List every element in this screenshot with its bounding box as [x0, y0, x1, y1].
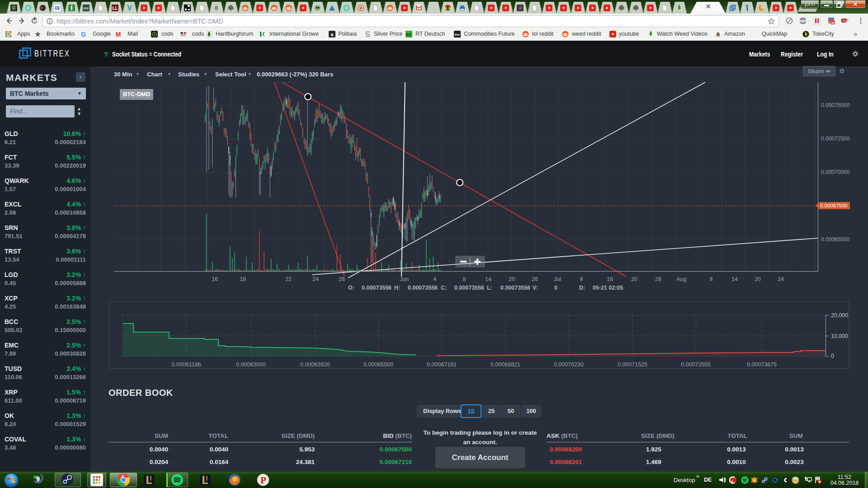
svg-text:0.00070000: 0.00070000: [821, 169, 850, 175]
svg-text:Jun: Jun: [400, 276, 409, 282]
svg-text:0: 0: [554, 285, 557, 291]
svg-text:BW: BW: [84, 7, 89, 10]
svg-text:8: 8: [580, 276, 583, 282]
svg-text:20: 20: [755, 276, 761, 282]
svg-text:8: 8: [710, 276, 713, 282]
svg-text:C:: C:: [441, 285, 447, 291]
svg-text:0.00067500: 0.00067500: [820, 203, 848, 208]
svg-text:24: 24: [778, 276, 784, 282]
svg-text:ABP: ABP: [800, 19, 807, 23]
svg-text:26: 26: [339, 276, 345, 282]
svg-text:0.00070230: 0.00070230: [554, 361, 584, 368]
svg-text:a: a: [331, 32, 334, 37]
svg-text:a: a: [754, 479, 755, 482]
svg-text:V:: V:: [533, 285, 538, 291]
svg-text:0.00073556: 0.00073556: [362, 285, 392, 291]
svg-text:20: 20: [631, 276, 637, 282]
svg-text:G: G: [81, 31, 86, 38]
svg-text:RT: RT: [406, 32, 412, 37]
svg-text:0.00063920: 0.00063920: [300, 361, 330, 368]
svg-text:20: 20: [509, 276, 515, 282]
svg-text:0.00068821: 0.00068821: [491, 361, 520, 368]
svg-text:D:: D:: [579, 285, 585, 291]
svg-text:16: 16: [212, 276, 218, 282]
svg-text:0.00073556: 0.00073556: [454, 285, 484, 291]
svg-text:20,000: 20,000: [831, 312, 848, 319]
svg-text:54: 54: [831, 21, 835, 24]
svg-text:M: M: [116, 31, 121, 38]
svg-text:V: V: [127, 5, 132, 11]
svg-text:14: 14: [731, 276, 738, 282]
svg-text:0.00067191: 0.00067191: [427, 361, 457, 368]
svg-text:14: 14: [485, 276, 491, 282]
svg-text:0.00061186: 0.00061186: [171, 361, 201, 368]
svg-text:0.00075000: 0.00075000: [821, 102, 850, 108]
svg-text:0.00073556: 0.00073556: [408, 285, 438, 291]
svg-text:0.00073556: 0.00073556: [500, 285, 530, 291]
svg-text:H:: H:: [394, 285, 400, 291]
svg-text:0.00072500: 0.00072500: [821, 136, 850, 142]
svg-text:4: 4: [434, 276, 437, 282]
svg-text:0.00065000: 0.00065000: [821, 236, 850, 243]
svg-text:24: 24: [312, 276, 319, 282]
svg-text:26: 26: [655, 276, 661, 282]
svg-text:#: #: [519, 6, 522, 11]
svg-text:P: P: [260, 475, 266, 486]
svg-text:0.00065500: 0.00065500: [363, 361, 393, 368]
svg-text:O:: O:: [348, 285, 354, 291]
svg-text:0.00072555: 0.00072555: [681, 361, 711, 368]
svg-text:22: 22: [285, 276, 292, 282]
svg-text:LL: LL: [112, 6, 118, 11]
svg-text:8: 8: [463, 276, 466, 282]
svg-text:0.00073675: 0.00073675: [747, 361, 777, 368]
svg-text:θ: θ: [215, 5, 217, 11]
svg-text:16: 16: [607, 276, 613, 282]
svg-text:26: 26: [532, 276, 538, 282]
svg-text:Aug: Aug: [676, 276, 686, 282]
svg-text:0.00071525: 0.00071525: [618, 361, 647, 368]
svg-text:0: 0: [831, 353, 834, 359]
svg-text:10,000: 10,000: [831, 333, 848, 339]
svg-text:0.00063000: 0.00063000: [236, 361, 266, 368]
svg-text:05-21 02:05: 05-21 02:05: [593, 285, 623, 291]
svg-text:18: 18: [240, 276, 246, 282]
svg-text:L:: L:: [487, 285, 492, 291]
svg-text:Jul: Jul: [554, 276, 561, 282]
svg-text:Inv: Inv: [455, 33, 460, 37]
